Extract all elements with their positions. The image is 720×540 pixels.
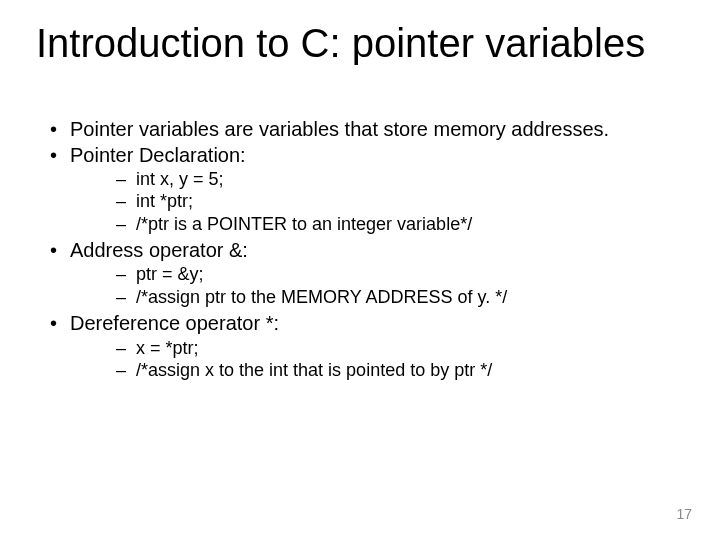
sub-item: x = *ptr; [70,338,684,359]
bullet-list: Pointer variables are variables that sto… [36,118,684,381]
slide-title: Introduction to C: pointer variables [36,22,684,64]
slide-body: Pointer variables are variables that sto… [36,118,684,385]
sub-item: int *ptr; [70,191,684,212]
bullet-text: Dereference operator *: [70,312,279,334]
sub-list: int x, y = 5; int *ptr; /*ptr is a POINT… [70,169,684,235]
page-number: 17 [676,506,692,522]
slide: Introduction to C: pointer variables Poi… [0,0,720,540]
bullet-item: Dereference operator *: x = *ptr; /*assi… [36,312,684,381]
bullet-item: Pointer variables are variables that sto… [36,118,684,142]
sub-item: /*assign x to the int that is pointed to… [70,360,684,381]
bullet-item: Pointer Declaration: int x, y = 5; int *… [36,144,684,235]
sub-list: ptr = &y; /*assign ptr to the MEMORY ADD… [70,264,684,307]
sub-item: /*ptr is a POINTER to an integer variabl… [70,214,684,235]
sub-item: ptr = &y; [70,264,684,285]
sub-list: x = *ptr; /*assign x to the int that is … [70,338,684,381]
bullet-text: Address operator &: [70,239,248,261]
sub-item: /*assign ptr to the MEMORY ADDRESS of y.… [70,287,684,308]
bullet-item: Address operator &: ptr = &y; /*assign p… [36,239,684,308]
bullet-text: Pointer Declaration: [70,144,246,166]
sub-item: int x, y = 5; [70,169,684,190]
